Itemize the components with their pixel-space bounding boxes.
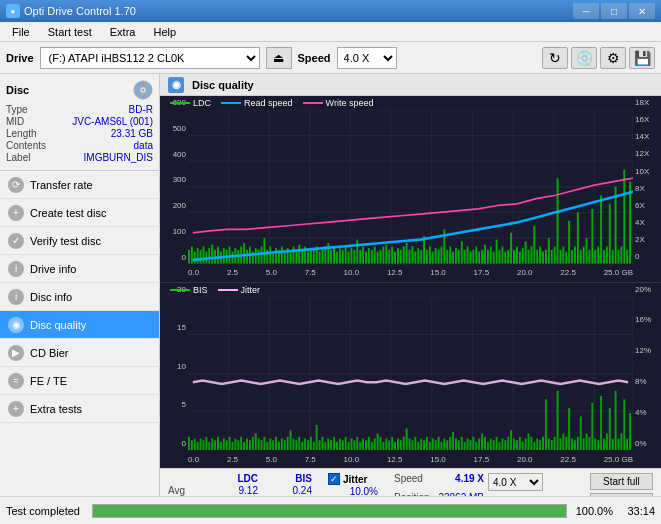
- svg-rect-66: [319, 252, 321, 264]
- svg-point-2: [142, 89, 144, 91]
- svg-rect-226: [292, 438, 294, 450]
- svg-rect-114: [458, 250, 460, 264]
- sidebar-item-disc-quality[interactable]: ◉ Disc quality: [0, 311, 159, 339]
- svg-rect-29: [211, 245, 213, 264]
- svg-rect-228: [298, 436, 300, 450]
- svg-rect-260: [391, 436, 393, 450]
- svg-rect-190: [188, 436, 190, 450]
- disc-label-val: IMGBURN_DIS: [84, 152, 153, 163]
- svg-rect-193: [197, 441, 199, 450]
- svg-rect-72: [336, 252, 338, 264]
- svg-rect-252: [368, 436, 370, 450]
- svg-rect-222: [281, 438, 283, 450]
- svg-rect-49: [269, 246, 271, 263]
- svg-rect-336: [612, 438, 614, 450]
- top-chart-svg: [188, 110, 633, 264]
- content-area: ◉ Disc quality LDC Read speed: [160, 74, 661, 524]
- disc-type-val: BD-R: [129, 104, 153, 115]
- disc-label-row: Label IMGBURN_DIS: [6, 152, 153, 163]
- menu-help[interactable]: Help: [145, 24, 184, 40]
- menu-extra[interactable]: Extra: [102, 24, 144, 40]
- svg-rect-59: [298, 245, 300, 264]
- disc-button[interactable]: 💿: [571, 47, 597, 69]
- svg-rect-115: [461, 241, 463, 263]
- svg-rect-88: [382, 246, 384, 263]
- toolbar-icons: ↻ 💿 ⚙ 💾: [542, 47, 655, 69]
- save-button[interactable]: 💾: [629, 47, 655, 69]
- svg-rect-274: [432, 438, 434, 450]
- svg-rect-24: [197, 248, 199, 263]
- svg-rect-230: [304, 438, 306, 450]
- svg-rect-170: [620, 246, 622, 263]
- menu-start-test[interactable]: Start test: [40, 24, 100, 40]
- jitter-checkbox[interactable]: ✓: [328, 473, 340, 485]
- sidebar-item-extra-tests[interactable]: + Extra tests: [0, 395, 159, 423]
- eject-button[interactable]: ⏏: [266, 47, 292, 69]
- sidebar-item-create-test-disc[interactable]: + Create test disc: [0, 199, 159, 227]
- settings-button[interactable]: ⚙: [600, 47, 626, 69]
- svg-rect-214: [258, 438, 260, 450]
- sidebar-item-verify-test-disc[interactable]: ✓ Verify test disc: [0, 227, 159, 255]
- sidebar-item-disc-info[interactable]: i Disc info: [0, 283, 159, 311]
- close-button[interactable]: ✕: [629, 3, 655, 19]
- start-full-button[interactable]: Start full: [590, 473, 653, 490]
- svg-rect-53: [281, 246, 283, 263]
- sidebar-item-transfer-rate[interactable]: ⟳ Transfer rate: [0, 171, 159, 199]
- svg-rect-86: [377, 252, 379, 264]
- svg-rect-191: [191, 440, 193, 450]
- svg-rect-271: [423, 440, 425, 450]
- svg-rect-81: [362, 246, 364, 263]
- svg-rect-338: [618, 438, 620, 450]
- svg-rect-100: [417, 248, 419, 263]
- svg-rect-284: [461, 436, 463, 450]
- sidebar-item-fe-te[interactable]: ≈ FE / TE: [0, 367, 159, 395]
- jitter-checkbox-row: ✓ Jitter: [328, 473, 367, 485]
- legend-ldc-label: LDC: [193, 98, 211, 108]
- svg-rect-325: [580, 416, 582, 450]
- svg-rect-225: [290, 430, 292, 450]
- stats-avg-bis: 0.24: [262, 485, 312, 496]
- main-layout: Disc Type BD-R MID JVC-AMS6L (001) Lengt…: [0, 74, 661, 524]
- svg-rect-263: [400, 440, 402, 450]
- svg-rect-307: [528, 433, 530, 450]
- svg-rect-203: [226, 440, 228, 450]
- svg-rect-108: [440, 246, 442, 263]
- bottom-chart-svg: [188, 297, 633, 451]
- speed-info-select[interactable]: 4.0 X: [488, 473, 543, 491]
- status-text: Test completed: [6, 505, 86, 517]
- svg-rect-220: [275, 436, 277, 450]
- speed-info-val: 4.19 X: [434, 473, 484, 491]
- svg-rect-123: [484, 245, 486, 264]
- legend-jitter-label: Jitter: [241, 285, 261, 295]
- svg-rect-116: [464, 250, 466, 264]
- drive-select[interactable]: (F:) ATAPI iHBS112 2 CL0K: [40, 47, 260, 69]
- svg-rect-41: [246, 250, 248, 264]
- svg-rect-212: [252, 436, 254, 450]
- svg-rect-205: [232, 441, 234, 450]
- svg-rect-330: [594, 438, 596, 450]
- svg-rect-337: [615, 390, 617, 450]
- title-bar-left: ● Opti Drive Control 1.70: [6, 4, 136, 18]
- maximize-button[interactable]: □: [601, 3, 627, 19]
- svg-rect-94: [400, 250, 402, 264]
- svg-rect-51: [275, 248, 277, 263]
- title-bar: ● Opti Drive Control 1.70 ─ □ ✕: [0, 0, 661, 22]
- nav-label-fe-te: FE / TE: [30, 375, 67, 387]
- svg-rect-120: [475, 246, 477, 263]
- sidebar-item-cd-bier[interactable]: ▶ CD Bier: [0, 339, 159, 367]
- refresh-button[interactable]: ↻: [542, 47, 568, 69]
- svg-rect-319: [562, 433, 564, 450]
- disc-contents-row: Contents data: [6, 140, 153, 151]
- menu-file[interactable]: File: [4, 24, 38, 40]
- svg-rect-144: [545, 250, 547, 264]
- svg-rect-140: [533, 226, 535, 264]
- svg-rect-288: [472, 436, 474, 450]
- svg-rect-340: [623, 399, 625, 450]
- svg-rect-198: [211, 438, 213, 450]
- minimize-button[interactable]: ─: [573, 3, 599, 19]
- sidebar-item-drive-info[interactable]: i Drive info: [0, 255, 159, 283]
- speed-select[interactable]: 4.0 X: [337, 47, 397, 69]
- cd-bier-icon: ▶: [8, 345, 24, 361]
- chart-header-icon: ◉: [168, 77, 184, 93]
- speed-info-label: Speed: [394, 473, 430, 491]
